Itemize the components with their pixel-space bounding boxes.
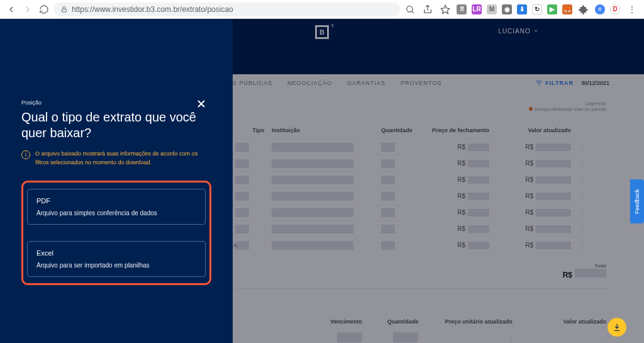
extension-icons: ⠿ LR M ◉ ⬇ ↻ ▶ 🦊 ≡ D ⋮ xyxy=(404,3,639,16)
modal-title: Qual o tipo de extrato que você quer bai… xyxy=(21,110,197,141)
options-highlight: PDF Arquivo para simples conferência de … xyxy=(21,181,211,285)
download-icon xyxy=(613,323,621,332)
download-fab[interactable] xyxy=(608,318,626,337)
ext-icon[interactable]: ≡ xyxy=(595,4,605,14)
feedback-tab[interactable]: Feedback xyxy=(630,179,644,223)
info-icon: i xyxy=(21,150,30,159)
reload-button[interactable] xyxy=(38,3,50,16)
download-modal: Posição Qual o tipo de extrato que você … xyxy=(0,19,233,343)
avatar[interactable]: D xyxy=(610,4,620,14)
browser-chrome: https://www.investidor.b3.com.br/extrato… xyxy=(0,0,644,19)
share-icon[interactable] xyxy=(421,3,434,16)
address-bar[interactable]: https://www.investidor.b3.com.br/extrato… xyxy=(54,3,400,16)
ext-icon[interactable]: M xyxy=(487,4,497,14)
ext-icon[interactable]: LR xyxy=(472,4,482,14)
star-icon[interactable] xyxy=(439,3,452,16)
ext-icon[interactable]: ◉ xyxy=(502,4,512,14)
forward-button[interactable] xyxy=(21,3,34,16)
option-title: PDF xyxy=(36,197,196,205)
option-desc: Arquivo para ser importado em planilhas xyxy=(36,262,196,269)
svg-point-1 xyxy=(407,6,413,11)
option-title: Excel xyxy=(36,249,196,257)
modal-info: O arquivo baixado mostrará suas informaç… xyxy=(35,150,211,167)
search-icon[interactable] xyxy=(404,3,416,16)
ext-icon[interactable]: 🦊 xyxy=(562,4,572,14)
ext-icon[interactable]: ⬇ xyxy=(517,4,527,14)
page: B 3 LUCIANO › S PÚBLICAS NEGOCIAÇÃO GARA… xyxy=(0,19,644,343)
more-menu[interactable]: ⋮ xyxy=(625,4,639,14)
option-pdf[interactable]: PDF Arquivo para simples conferência de … xyxy=(27,189,206,225)
breadcrumb: Posição xyxy=(21,99,211,106)
svg-rect-0 xyxy=(62,9,67,12)
ext-icon[interactable]: ↻ xyxy=(532,4,542,14)
ext-icon[interactable]: ▶ xyxy=(547,4,557,14)
option-excel[interactable]: Excel Arquivo para ser importado em plan… xyxy=(27,241,206,277)
puzzle-icon[interactable] xyxy=(577,3,590,16)
ext-icon[interactable]: ⠿ xyxy=(457,4,467,14)
url-text: https://www.investidor.b3.com.br/extrato… xyxy=(72,5,233,14)
option-desc: Arquivo para simples conferência de dado… xyxy=(36,210,196,216)
back-button[interactable] xyxy=(5,3,18,16)
lock-icon xyxy=(60,6,68,13)
